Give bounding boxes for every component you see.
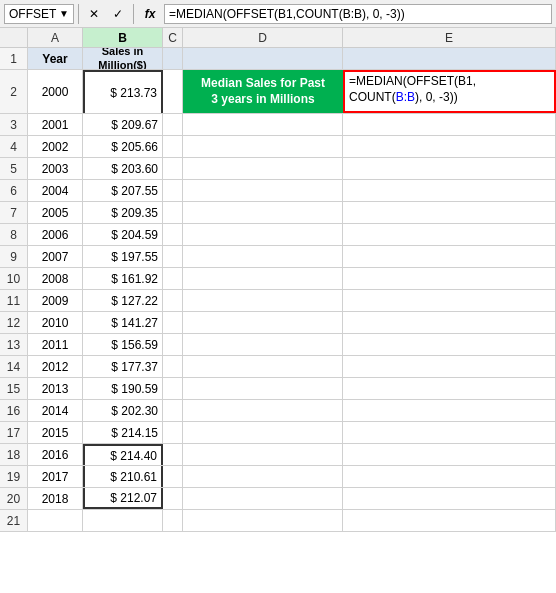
cell-d8[interactable] [183,224,343,245]
cell-a2[interactable]: 2000 [28,70,83,113]
formula-bar[interactable]: =MEDIAN(OFFSET(B1,COUNT(B:B), 0, -3)) [164,4,552,24]
cell-b8[interactable]: $ 204.59 [83,224,163,245]
cell-b11[interactable]: $ 127.22 [83,290,163,311]
cell-d16[interactable] [183,400,343,421]
cell-e6[interactable] [343,180,556,201]
cell-c14[interactable] [163,356,183,377]
cell-d20[interactable] [183,488,343,509]
cell-b15[interactable]: $ 190.59 [83,378,163,399]
cell-a7[interactable]: 2005 [28,202,83,223]
cell-c13[interactable] [163,334,183,355]
cell-d13[interactable] [183,334,343,355]
cell-d19[interactable] [183,466,343,487]
cell-d14[interactable] [183,356,343,377]
cell-a5[interactable]: 2003 [28,158,83,179]
function-button[interactable]: fx [138,4,162,24]
cell-a1[interactable]: Year [28,48,83,69]
cell-c15[interactable] [163,378,183,399]
col-header-d[interactable]: D [183,28,343,47]
cell-b20[interactable]: $ 212.07 [83,488,163,509]
cell-e3[interactable] [343,114,556,135]
cell-c18[interactable] [163,444,183,465]
cell-d15[interactable] [183,378,343,399]
cancel-button[interactable]: ✕ [83,4,105,24]
cell-e4[interactable] [343,136,556,157]
cell-a19[interactable]: 2017 [28,466,83,487]
cell-a3[interactable]: 2001 [28,114,83,135]
cell-c12[interactable] [163,312,183,333]
cell-b21[interactable] [83,510,163,531]
cell-b5[interactable]: $ 203.60 [83,158,163,179]
cell-b4[interactable]: $ 205.66 [83,136,163,157]
col-header-c[interactable]: C [163,28,183,47]
cell-b16[interactable]: $ 202.30 [83,400,163,421]
cell-b6[interactable]: $ 207.55 [83,180,163,201]
cell-a13[interactable]: 2011 [28,334,83,355]
cell-b12[interactable]: $ 141.27 [83,312,163,333]
cell-b18[interactable]: $ 214.40 [83,444,163,465]
cell-a11[interactable]: 2009 [28,290,83,311]
cell-c21[interactable] [163,510,183,531]
cell-d12[interactable] [183,312,343,333]
dropdown-arrow[interactable]: ▼ [59,8,69,19]
cell-b2[interactable]: $ 213.73 [83,70,163,113]
cell-e11[interactable] [343,290,556,311]
cell-d1[interactable] [183,48,343,69]
cell-e10[interactable] [343,268,556,289]
cell-a15[interactable]: 2013 [28,378,83,399]
cell-e9[interactable] [343,246,556,267]
cell-a8[interactable]: 2006 [28,224,83,245]
cell-e13[interactable] [343,334,556,355]
col-header-e[interactable]: E [343,28,556,47]
cell-e8[interactable] [343,224,556,245]
cell-d3[interactable] [183,114,343,135]
cell-c17[interactable] [163,422,183,443]
cell-c19[interactable] [163,466,183,487]
cell-b19[interactable]: $ 210.61 [83,466,163,487]
cell-a12[interactable]: 2010 [28,312,83,333]
cell-c20[interactable] [163,488,183,509]
cell-b13[interactable]: $ 156.59 [83,334,163,355]
cell-c6[interactable] [163,180,183,201]
cell-d6[interactable] [183,180,343,201]
cell-c16[interactable] [163,400,183,421]
cell-e17[interactable] [343,422,556,443]
cell-a6[interactable]: 2004 [28,180,83,201]
cell-e1[interactable] [343,48,556,69]
cell-b7[interactable]: $ 209.35 [83,202,163,223]
cell-c5[interactable] [163,158,183,179]
cell-a17[interactable]: 2015 [28,422,83,443]
cell-e5[interactable] [343,158,556,179]
cell-a21[interactable] [28,510,83,531]
cell-a9[interactable]: 2007 [28,246,83,267]
cell-d18[interactable] [183,444,343,465]
cell-d4[interactable] [183,136,343,157]
cell-e16[interactable] [343,400,556,421]
name-box[interactable]: OFFSET ▼ [4,4,74,24]
cell-b3[interactable]: $ 209.67 [83,114,163,135]
cell-a20[interactable]: 2018 [28,488,83,509]
cell-e12[interactable] [343,312,556,333]
cell-b9[interactable]: $ 197.55 [83,246,163,267]
cell-d21[interactable] [183,510,343,531]
cell-e14[interactable] [343,356,556,377]
cell-c3[interactable] [163,114,183,135]
cell-c9[interactable] [163,246,183,267]
cell-b10[interactable]: $ 161.92 [83,268,163,289]
cell-e7[interactable] [343,202,556,223]
cell-d17[interactable] [183,422,343,443]
cell-a18[interactable]: 2016 [28,444,83,465]
cell-a14[interactable]: 2012 [28,356,83,377]
cell-c10[interactable] [163,268,183,289]
cell-e21[interactable] [343,510,556,531]
cell-b14[interactable]: $ 177.37 [83,356,163,377]
cell-e19[interactable] [343,466,556,487]
cell-d9[interactable] [183,246,343,267]
cell-e20[interactable] [343,488,556,509]
cell-d7[interactable] [183,202,343,223]
cell-c8[interactable] [163,224,183,245]
cell-a16[interactable]: 2014 [28,400,83,421]
col-header-b[interactable]: B [83,28,163,47]
cell-a10[interactable]: 2008 [28,268,83,289]
cell-c2[interactable] [163,70,183,113]
